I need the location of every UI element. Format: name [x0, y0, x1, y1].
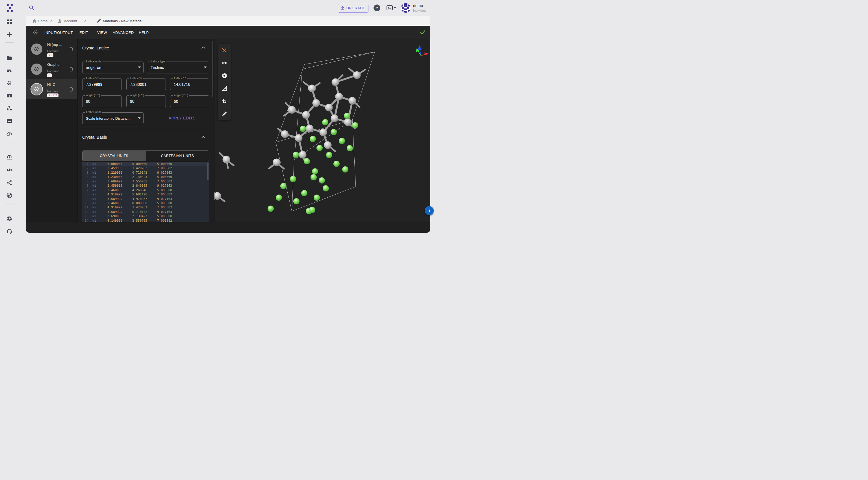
dashboard-icon[interactable] — [6, 19, 12, 25]
material-avatar — [31, 83, 42, 95]
menu-help[interactable]: HELP — [139, 26, 149, 39]
sort-arrows-icon[interactable] — [218, 95, 231, 107]
angle-ab-input[interactable]: angle (a^b) 60 — [170, 96, 209, 107]
breadcrumb-home[interactable]: Home — [38, 19, 48, 23]
carbon-atom — [312, 99, 320, 107]
basis-row: 11Ni4.9199991.4202827.008582 — [82, 205, 209, 209]
nickel-atom — [316, 145, 323, 151]
material-formula-label: Formula: — [47, 69, 59, 73]
info-button[interactable]: i — [425, 206, 434, 215]
projects-folder-icon[interactable] — [6, 55, 12, 61]
delete-trash-icon[interactable] — [69, 67, 73, 71]
close-icon[interactable] — [218, 44, 231, 57]
user-avatar[interactable] — [401, 3, 410, 13]
menu-advanced[interactable]: ADVANCED — [113, 26, 134, 39]
jobs-playlist-icon[interactable] — [6, 68, 12, 73]
lattice-units-select[interactable]: Lattice units angstrom — [82, 62, 144, 73]
basis-row: 1Ni0.0000000.0000005.000000 — [82, 162, 209, 166]
viewer-toolbar — [218, 44, 231, 120]
upgrade-button[interactable]: UPGRADE — [338, 4, 368, 13]
breadcrumb-account[interactable]: Account — [64, 19, 77, 23]
user-plan: Individual — [413, 9, 426, 12]
menu-edit[interactable]: EDIT — [80, 26, 88, 39]
saved-check-icon — [420, 30, 426, 35]
carbon-atom — [331, 115, 339, 122]
nickel-atom — [312, 168, 318, 174]
cloud-upload-icon[interactable] — [6, 131, 12, 137]
lattice-units-mode-select[interactable]: Lattice units Scale Interatomic Distanc.… — [82, 112, 144, 124]
nickel-atom — [280, 183, 286, 189]
support-headset-icon[interactable] — [6, 229, 12, 234]
delete-trash-icon[interactable] — [69, 47, 73, 52]
workflows-sitemap-icon[interactable] — [6, 105, 12, 111]
angle-bc-input[interactable]: angle (b^c) 90 — [82, 96, 122, 107]
web-globe-icon[interactable] — [6, 193, 12, 198]
nickel-atom — [322, 119, 328, 125]
material-list-item[interactable]: Graphe...Formula:C — [26, 59, 77, 79]
structure-3d-viewport[interactable]: i — [214, 39, 430, 222]
help-button[interactable]: ? — [374, 4, 380, 11]
collapse-lattice-icon[interactable] — [202, 46, 206, 49]
collapse-basis-icon[interactable] — [202, 136, 206, 138]
apply-edits-button[interactable]: APPLY EDITS — [156, 112, 208, 124]
share-icon[interactable] — [6, 180, 12, 185]
basis-row: 2Ni2.4599991.4202827.008582 — [82, 166, 209, 170]
team-people-icon[interactable] — [6, 167, 12, 173]
home-icon[interactable] — [32, 19, 36, 23]
mat3ra-logo-icon[interactable] — [6, 3, 14, 12]
nickel-atom — [352, 122, 358, 129]
panel-scrollbar[interactable] — [212, 41, 213, 97]
crystal-form-panel: Crystal Lattice Lattice units angstrom L… — [78, 39, 214, 222]
delete-trash-icon[interactable] — [69, 87, 73, 92]
nickel-atom — [342, 166, 348, 173]
basis-units-tabs: CRYSTAL UNITS CARTESIAN UNITS — [82, 150, 209, 161]
carbon-atom — [281, 131, 289, 138]
nickel-atom — [304, 158, 310, 164]
basis-row: 12Ni3.6899990.7101429.017163 — [82, 210, 209, 214]
settings-gear-icon[interactable] — [218, 69, 231, 82]
basis-row: 5Ni3.6899993.5507057.008582 — [82, 179, 209, 183]
help-wheel-icon[interactable] — [6, 216, 12, 221]
crystal-structure-canvas — [214, 39, 430, 222]
edit-pencil-icon — [97, 19, 101, 23]
search-icon[interactable] — [29, 5, 34, 11]
bank-card-icon[interactable]: 1 — [6, 93, 12, 99]
lattice-a-input[interactable]: Lattice 'a' 7.379999 — [82, 78, 122, 90]
nickel-atom — [323, 185, 329, 192]
visibility-eye-icon[interactable] — [218, 57, 231, 69]
lattice-c-input[interactable]: Lattice 'c' 14.01716 — [170, 78, 209, 90]
basis-row: 3Ni1.2299990.7101429.017163 — [82, 171, 209, 175]
menu-input-output[interactable]: INPUT/OUTPUT — [44, 26, 73, 39]
nickel-atom — [344, 113, 350, 119]
basis-coordinates-editor[interactable]: 1Ni0.0000000.0000005.0000002Ni2.4599991.… — [82, 162, 209, 222]
main-content: Ni (mp-...Formula:NiGraphe...Formula:CNi… — [26, 39, 430, 222]
console-dropdown-icon[interactable] — [386, 5, 396, 10]
edit-pencil-icon[interactable] — [218, 107, 231, 120]
carbon-atom — [335, 93, 343, 101]
lattice-b-input[interactable]: Lattice 'b' 7.380001 — [126, 78, 166, 90]
editor-scrollbar[interactable] — [207, 162, 209, 180]
lattice-type-select[interactable]: Lattice type Triclinic — [147, 62, 209, 73]
tab-crystal-units[interactable]: CRYSTAL UNITS — [83, 151, 146, 161]
basis-row: 6Ni2.4599992.8405659.017163 — [82, 183, 209, 188]
molecule-menu-icon — [33, 30, 38, 35]
top-bar: UPGRADE ? demo Individual — [0, 0, 434, 16]
media-image-icon[interactable] — [6, 118, 12, 124]
carbon-atom — [324, 141, 332, 149]
tab-cartesian-units[interactable]: CARTESIAN UNITS — [146, 151, 209, 161]
organization-bank-icon[interactable] — [6, 155, 12, 160]
material-list-item[interactable]: Ni (mp-...Formula:Ni — [26, 39, 77, 59]
account-icon[interactable] — [58, 19, 62, 23]
angle-ac-input[interactable]: angle (a^c) 90 — [126, 96, 166, 107]
nickel-atom — [326, 152, 332, 158]
create-new-icon[interactable] — [6, 32, 12, 37]
carbon-atom — [325, 104, 333, 111]
measure-ruler-icon[interactable] — [218, 82, 231, 95]
user-name[interactable]: demo — [413, 3, 423, 8]
material-list-item[interactable]: Ni CFormula:Ni3C2 — [26, 79, 77, 99]
materials-molecule-icon[interactable] — [6, 80, 12, 86]
menu-view[interactable]: VIEW — [97, 26, 107, 39]
sidebar-divider — [5, 204, 13, 204]
nickel-atom — [310, 136, 316, 142]
carbon-atom — [306, 125, 314, 132]
